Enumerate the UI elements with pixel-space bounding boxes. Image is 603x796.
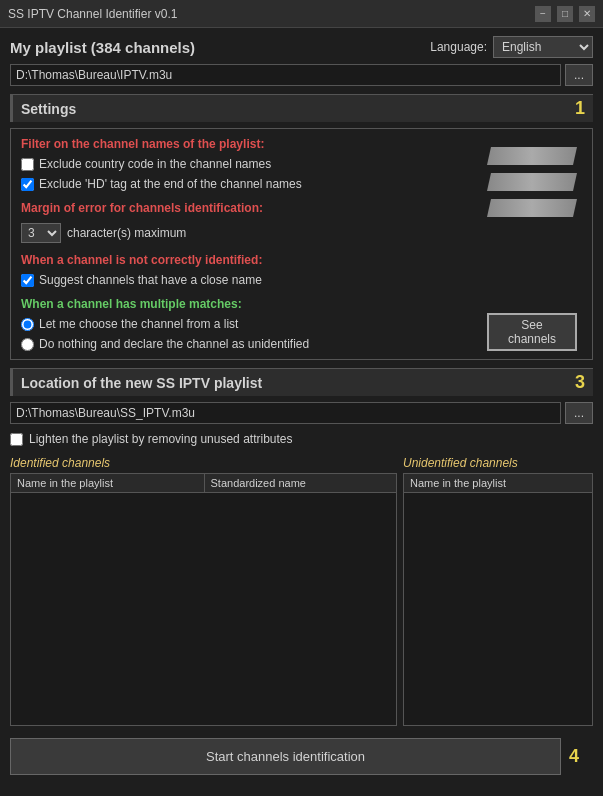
unidentified-col1-header: Name in the playlist xyxy=(404,474,592,493)
settings-left: Filter on the channel names of the playl… xyxy=(21,137,472,351)
radio-choose-label: Let me choose the channel from a list xyxy=(39,317,238,331)
playlist-browse-button[interactable]: ... xyxy=(565,64,593,86)
header-row: My playlist (384 channels) Language: Eng… xyxy=(10,36,593,58)
channel-stripe-2 xyxy=(487,173,577,191)
identified-col1-header: Name in the playlist xyxy=(11,474,204,493)
location-path-input[interactable] xyxy=(10,402,561,424)
settings-title: Settings xyxy=(21,101,575,117)
radio-nothing-row[interactable]: Do nothing and declare the channel as un… xyxy=(21,337,472,351)
close-button[interactable]: ✕ xyxy=(579,6,595,22)
channel-stripe-3 xyxy=(487,199,577,217)
lighten-label: Lighten the playlist by removing unused … xyxy=(29,432,293,446)
start-number: 4 xyxy=(569,746,593,767)
playlist-file-row: ... xyxy=(10,64,593,86)
location-section-header: Location of the new SS IPTV playlist 3 xyxy=(10,368,593,396)
location-title: Location of the new SS IPTV playlist xyxy=(21,375,575,391)
exclude-country-label: Exclude country code in the channel name… xyxy=(39,157,271,171)
unidentified-header-label: Unidentified channels xyxy=(403,456,593,470)
minimize-button[interactable]: − xyxy=(535,6,551,22)
radio-nothing[interactable] xyxy=(21,338,34,351)
playlist-path-input[interactable] xyxy=(10,64,561,86)
language-label: Language: xyxy=(430,40,487,54)
exclude-country-row[interactable]: Exclude country code in the channel name… xyxy=(21,157,472,171)
lighten-row[interactable]: Lighten the playlist by removing unused … xyxy=(10,432,593,446)
channel-stripes xyxy=(487,137,577,217)
suggest-label: Suggest channels that have a close name xyxy=(39,273,262,287)
channel-stripe-1 xyxy=(487,147,577,165)
radio-choose-row[interactable]: Let me choose the channel from a list xyxy=(21,317,472,331)
exclude-hd-row[interactable]: Exclude 'HD' tag at the end of the chann… xyxy=(21,177,472,191)
identified-table-wrapper: Name in the playlist Standardized name xyxy=(10,473,397,726)
unidentified-section: Unidentified channels Name in the playli… xyxy=(403,456,593,726)
playlist-title: My playlist (384 channels) xyxy=(10,39,195,56)
settings-right: See channels xyxy=(482,137,582,351)
location-number: 3 xyxy=(575,372,585,393)
app-title: SS IPTV Channel Identifier v0.1 xyxy=(8,7,177,21)
tables-container: Identified channels Name in the playlist… xyxy=(10,456,593,726)
main-content: My playlist (384 channels) Language: Eng… xyxy=(0,28,603,783)
multiple-matches-label: When a channel has multiple matches: xyxy=(21,297,472,311)
identified-header-label: Identified channels xyxy=(10,456,397,470)
exclude-hd-checkbox[interactable] xyxy=(21,178,34,191)
start-button[interactable]: Start channels identification xyxy=(10,738,561,775)
identified-table: Name in the playlist Standardized name xyxy=(11,474,396,493)
not-identified-label: When a channel is not correctly identifi… xyxy=(21,253,472,267)
location-file-row: ... xyxy=(10,402,593,424)
maximize-button[interactable]: □ xyxy=(557,6,573,22)
settings-box: Filter on the channel names of the playl… xyxy=(10,128,593,360)
unidentified-table: Name in the playlist xyxy=(404,474,592,493)
settings-section-header: Settings 1 xyxy=(10,94,593,122)
suggest-row[interactable]: Suggest channels that have a close name xyxy=(21,273,472,287)
radio-nothing-label: Do nothing and declare the channel as un… xyxy=(39,337,309,351)
unidentified-table-wrapper: Name in the playlist xyxy=(403,473,593,726)
title-bar: SS IPTV Channel Identifier v0.1 − □ ✕ xyxy=(0,0,603,28)
lighten-checkbox[interactable] xyxy=(10,433,23,446)
filter-label: Filter on the channel names of the playl… xyxy=(21,137,472,151)
bottom-area: Start channels identification 4 xyxy=(10,738,593,775)
suggest-checkbox[interactable] xyxy=(21,274,34,287)
radio-choose[interactable] xyxy=(21,318,34,331)
see-channels-button[interactable]: See channels xyxy=(487,313,577,351)
window-controls: − □ ✕ xyxy=(535,6,595,22)
exclude-country-checkbox[interactable] xyxy=(21,158,34,171)
margin-post-label: character(s) maximum xyxy=(67,226,186,240)
margin-select[interactable]: 1 2 3 4 5 xyxy=(21,223,61,243)
language-row: Language: English French German Spanish xyxy=(430,36,593,58)
exclude-hd-label: Exclude 'HD' tag at the end of the chann… xyxy=(39,177,302,191)
identified-section: Identified channels Name in the playlist… xyxy=(10,456,397,726)
margin-row: 1 2 3 4 5 character(s) maximum xyxy=(21,223,472,243)
identified-col2-header: Standardized name xyxy=(204,474,396,493)
settings-number: 1 xyxy=(575,98,585,119)
margin-label: Margin of error for channels identificat… xyxy=(21,201,472,215)
language-select[interactable]: English French German Spanish xyxy=(493,36,593,58)
location-browse-button[interactable]: ... xyxy=(565,402,593,424)
